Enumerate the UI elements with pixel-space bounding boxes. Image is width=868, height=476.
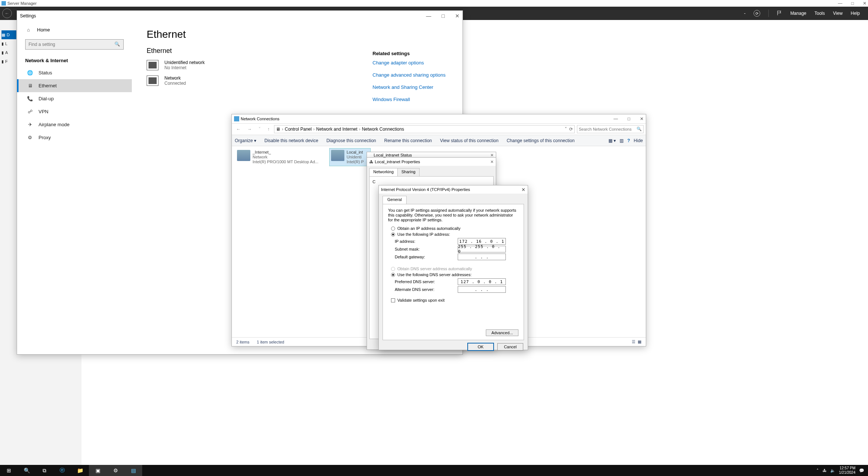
back-button[interactable]: ← xyxy=(2,9,12,18)
maximize-button[interactable]: □ xyxy=(442,13,445,19)
close-icon[interactable]: ✕ xyxy=(490,153,496,158)
settings-title-text: Settings xyxy=(20,13,36,19)
nav-item-vpn[interactable]: ☍VPN xyxy=(17,105,132,118)
nav-item-dialup[interactable]: 📞Dial-up xyxy=(17,92,132,105)
nav-home[interactable]: ⌂ Home xyxy=(17,23,132,36)
cmd-hide[interactable]: Hide xyxy=(634,138,643,143)
nav-back-icon[interactable]: ← xyxy=(234,127,243,132)
tray-chevron-icon[interactable]: ˄ xyxy=(817,468,819,473)
close-icon[interactable]: ✕ xyxy=(521,187,525,192)
nav-recent-icon[interactable]: ˅ xyxy=(256,127,263,132)
maximize-button[interactable]: □ xyxy=(628,116,630,121)
cmd-diagnose[interactable]: Diagnose this connection xyxy=(326,138,376,143)
radio-use-following-dns[interactable]: Use the following DNS server addresses: xyxy=(391,272,518,277)
taskbar-ie[interactable]: ⓔ xyxy=(53,465,71,476)
sidebar-item-file[interactable]: ▮ F xyxy=(1,57,16,66)
view-details-icon[interactable]: ☰ xyxy=(632,339,635,344)
cmd-organize[interactable]: Organize ▾ xyxy=(235,138,256,143)
crumb-network-internet[interactable]: Network and Internet xyxy=(316,127,357,132)
subnet-mask-input[interactable]: 255 . 255 . 0 . 0 xyxy=(458,246,506,252)
link-sharing-center[interactable]: Network and Sharing Center xyxy=(373,84,445,90)
radio-obtain-ip-auto[interactable]: Obtain an IP address automatically xyxy=(391,226,518,231)
nav-item-ethernet[interactable]: 🖥Ethernet xyxy=(17,79,132,92)
tab-general[interactable]: General xyxy=(383,196,407,204)
settings-window-controls: — □ ✕ xyxy=(426,13,460,19)
breadcrumb[interactable]: 🖥 › Control Panel › Network and Internet… xyxy=(274,125,575,133)
breadcrumb-dropdown-icon[interactable]: ˅ xyxy=(565,127,567,132)
tab-networking[interactable]: Networking xyxy=(369,168,398,176)
menu-view[interactable]: View xyxy=(833,11,843,16)
cmd-rename[interactable]: Rename this connection xyxy=(384,138,432,143)
refresh-icon[interactable]: ⟳ xyxy=(754,10,760,17)
alternate-dns-input[interactable]: . . . xyxy=(458,286,506,293)
link-windows-firewall[interactable]: Windows Firewall xyxy=(373,97,445,102)
cmd-change-settings[interactable]: Change settings of this connection xyxy=(507,138,574,143)
refresh-icon[interactable]: ⟳ xyxy=(569,127,573,132)
ok-button[interactable]: OK xyxy=(468,343,494,351)
settings-search-input[interactable] xyxy=(25,39,124,50)
tab-sharing[interactable]: Sharing xyxy=(398,168,420,176)
menu-tools[interactable]: Tools xyxy=(815,11,825,16)
advanced-button[interactable]: Advanced... xyxy=(486,329,518,336)
menu-manage[interactable]: Manage xyxy=(790,11,806,16)
close-icon[interactable]: ✕ xyxy=(490,160,494,164)
taskbar-explorer[interactable]: 📁 xyxy=(71,465,89,476)
nav-item-status[interactable]: 🌐Status xyxy=(17,66,132,79)
radio-use-following-ip[interactable]: Use the following IP address: xyxy=(391,232,518,237)
menu-help[interactable]: Help xyxy=(851,11,860,16)
field-label: IP address: xyxy=(395,239,458,244)
cmd-disable[interactable]: Disable this network device xyxy=(264,138,318,143)
maximize-button[interactable]: □ xyxy=(851,1,854,6)
minimize-button[interactable]: — xyxy=(838,1,842,6)
settings-search[interactable]: 🔍 xyxy=(25,39,124,50)
checkbox-validate-on-exit[interactable]: Validate settings upon exit xyxy=(391,298,518,302)
tray-clock[interactable]: 12:57 PM 1/21/2024 xyxy=(839,466,856,475)
nc-titlebar: Network Connections — □ ✕ xyxy=(232,114,646,123)
taskbar-control-panel[interactable]: ▤ xyxy=(124,465,142,476)
sidebar-item-all[interactable]: ▮ A xyxy=(1,48,16,57)
link-advanced-sharing[interactable]: Change advanced sharing options xyxy=(373,72,445,78)
default-gateway-input[interactable]: . . . xyxy=(458,254,506,260)
server-manager-sidebar-peek: ▦ D ▮ L ▮ A ▮ F xyxy=(1,30,16,66)
nav-up-icon[interactable]: ↑ xyxy=(265,127,272,132)
minimize-button[interactable]: — xyxy=(426,13,431,19)
cmd-view-status[interactable]: View status of this connection xyxy=(440,138,498,143)
flag-icon[interactable] xyxy=(777,10,782,17)
sidebar-item-dashboard[interactable]: ▦ D xyxy=(1,30,16,39)
crumb-control-panel[interactable]: Control Panel xyxy=(285,127,312,132)
nc-search-input[interactable] xyxy=(577,125,643,133)
sidebar-item-local[interactable]: ▮ L xyxy=(1,39,16,48)
field-preferred-dns: Preferred DNS server: 127 . 0 . 0 . 1 xyxy=(395,278,518,285)
ip-address-input[interactable]: 172 . 16 . 0 . 1 xyxy=(458,238,506,245)
help-icon[interactable]: ? xyxy=(627,138,630,143)
adapter-local-intranet[interactable]: Local_int Unidenti Intel(R) P xyxy=(330,148,370,166)
tray-volume-icon[interactable]: 🔈 xyxy=(830,468,835,473)
start-button[interactable]: ⊞ xyxy=(0,465,18,476)
close-button[interactable]: ✕ xyxy=(640,116,644,121)
nav-item-proxy[interactable]: ⚙Proxy xyxy=(17,131,132,144)
cancel-button[interactable]: Cancel xyxy=(497,343,523,351)
view-options-icon[interactable]: ▦ ▾ xyxy=(608,138,616,143)
task-view-button[interactable]: ⧉ xyxy=(36,465,53,476)
preferred-dns-input[interactable]: 127 . 0 . 0 . 1 xyxy=(458,278,506,285)
server-manager-menu: - ⟳ Manage Tools View Help xyxy=(744,10,868,17)
preview-pane-icon[interactable]: ▥ xyxy=(620,138,624,143)
adapter-name: _Internet_ xyxy=(253,150,318,155)
tray-notifications-icon[interactable]: 💬 xyxy=(859,468,864,473)
nc-search[interactable]: 🔍 xyxy=(577,125,644,133)
server-manager-icon xyxy=(1,1,6,6)
taskbar-server-manager[interactable]: ▣ xyxy=(89,465,107,476)
view-large-icon[interactable]: ▦ xyxy=(638,339,641,344)
nav-item-airplane[interactable]: ✈Airplane mode xyxy=(17,118,132,131)
tray-network-icon[interactable]: 🖧 xyxy=(822,468,827,473)
link-adapter-options[interactable]: Change adapter options xyxy=(373,60,445,66)
taskbar-search[interactable]: 🔍 xyxy=(18,465,36,476)
close-button[interactable]: ✕ xyxy=(455,13,460,19)
minimize-button[interactable]: — xyxy=(614,116,618,121)
adapter-internet[interactable]: _Internet_ Network Intel(R) PRO/1000 MT … xyxy=(236,148,328,166)
taskbar-settings[interactable]: ⚙ xyxy=(107,465,124,476)
close-button[interactable]: ✕ xyxy=(863,1,867,6)
crumb-network-connections[interactable]: Network Connections xyxy=(362,127,404,132)
adapter-icon xyxy=(237,150,250,161)
nav-forward-icon[interactable]: → xyxy=(245,127,254,132)
